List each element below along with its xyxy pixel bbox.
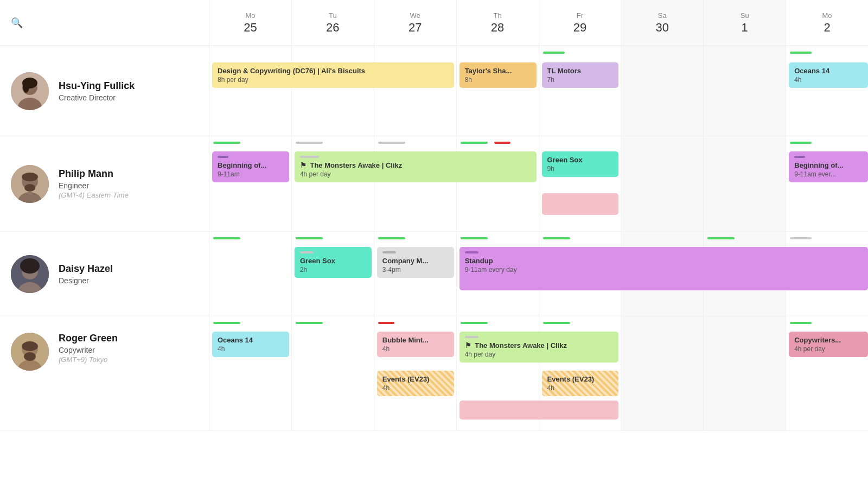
avatar-hsu-ying bbox=[11, 72, 49, 110]
indicator-roger-fr29 bbox=[543, 322, 570, 324]
indicator-daisy-tu26 bbox=[296, 237, 323, 239]
event-roger-oceans14[interactable]: Oceans 14 4h bbox=[212, 332, 289, 357]
indicator-roger-we27 bbox=[378, 322, 394, 324]
person-info-roger: Roger Green Copywriter (GMT+9) Tokyo bbox=[0, 316, 209, 430]
event-roger-copywriters[interactable]: Copywriters... 4h per day bbox=[789, 332, 868, 357]
indicator-roger-th28 bbox=[461, 322, 488, 324]
avatar-philip bbox=[11, 165, 49, 203]
header-left: 🔍 bbox=[0, 0, 209, 46]
person-info-hsu-ying: Hsu-Ying Fullick Creative Director bbox=[0, 46, 209, 136]
event-roger-events-ev23-we[interactable]: Events (EV23) 4h bbox=[377, 371, 454, 396]
person-row-daisy: Daisy Hazel Designer bbox=[0, 232, 868, 316]
indicator-hsu-fr29 bbox=[543, 52, 565, 54]
person-info-philip: Philip Mann Engineer (GMT-4) Eastern Tim… bbox=[0, 136, 209, 231]
indicator-roger-mo2 bbox=[790, 322, 812, 324]
day-col-header-tu26: Tu 26 bbox=[291, 0, 374, 46]
person-role-philip: Engineer bbox=[59, 181, 129, 190]
indicator-philip-th28 bbox=[461, 142, 488, 144]
indicator-roger-tu26 bbox=[296, 322, 323, 324]
indicator-daisy-mo25 bbox=[213, 237, 240, 239]
day-col-header-th28: Th 28 bbox=[456, 0, 539, 46]
person-row-roger: Roger Green Copywriter (GMT+9) Tokyo bbox=[0, 316, 868, 431]
event-roger-pink-extra bbox=[459, 401, 619, 420]
indicator-philip-tu26 bbox=[296, 142, 323, 144]
event-hsu-tl-motors[interactable]: TL Motors 7h bbox=[542, 62, 619, 88]
day-col-header-su1: Su 1 bbox=[703, 0, 786, 46]
app-container: 🔍 Mo 25 Tu 26 We 27 Th 28 Fr 29 bbox=[0, 0, 868, 489]
event-philip-beginning-mo2[interactable]: Beginning of... 9-11am ever... bbox=[789, 151, 868, 182]
person-row-philip: Philip Mann Engineer (GMT-4) Eastern Tim… bbox=[0, 136, 868, 232]
svg-point-9 bbox=[24, 184, 35, 192]
person-info-daisy: Daisy Hazel Designer bbox=[0, 232, 209, 316]
indicator-daisy-we27 bbox=[378, 237, 405, 239]
event-roger-bubble-mint[interactable]: Bubble Mint... 4h bbox=[377, 332, 454, 357]
person-role-roger: Copywriter bbox=[59, 346, 118, 354]
event-tag-purple bbox=[218, 156, 228, 158]
person-details-philip: Philip Mann Engineer (GMT-4) Eastern Tim… bbox=[59, 168, 129, 199]
svg-point-13 bbox=[20, 258, 40, 274]
header-days: Mo 25 Tu 26 We 27 Th 28 Fr 29 Sa 30 bbox=[209, 0, 868, 46]
indicator-philip-mo2 bbox=[790, 142, 812, 144]
cal-days-philip: Beginning of... 9-11am ⚑ The Monsters Aw… bbox=[209, 136, 868, 231]
avatar-daisy bbox=[11, 255, 49, 293]
person-details-daisy: Daisy Hazel Designer bbox=[59, 263, 113, 285]
event-tag-gray-daisy2 bbox=[382, 251, 396, 253]
event-tag-gray-roger bbox=[465, 336, 478, 338]
event-roger-monsters-awake[interactable]: ⚑ The Monsters Awake | Clikz 4h per day bbox=[459, 332, 619, 363]
indicator-daisy-th28 bbox=[461, 237, 488, 239]
event-hsu-design-copywriting[interactable]: Design & Copywriting (DC76) | Ali's Bisc… bbox=[212, 62, 454, 88]
event-philip-monsters-awake[interactable]: ⚑ The Monsters Awake | Clikz 4h per day bbox=[295, 151, 537, 182]
indicator-philip-mo25 bbox=[213, 142, 240, 144]
event-philip-beginning-mo[interactable]: Beginning of... 9-11am bbox=[212, 151, 289, 182]
event-daisy-standup[interactable]: Standup 9-11am every day bbox=[459, 247, 868, 290]
cal-days-hsu-ying: Design & Copywriting (DC76) | Ali's Bisc… bbox=[209, 46, 868, 136]
header: 🔍 Mo 25 Tu 26 We 27 Th 28 Fr 29 bbox=[0, 0, 868, 46]
cal-days-daisy: Green Sox 2h Company M... 3-4pm Standup … bbox=[209, 232, 868, 316]
indicator-philip-th28b bbox=[494, 142, 510, 144]
person-name-daisy: Daisy Hazel bbox=[59, 263, 113, 275]
event-tag-purple2 bbox=[794, 156, 805, 158]
indicator-daisy-fr29 bbox=[543, 237, 570, 239]
event-philip-green-sox[interactable]: Green Sox 9h bbox=[542, 151, 619, 177]
person-row-hsu-ying: Hsu-Ying Fullick Creative Director bbox=[0, 46, 868, 136]
event-hsu-taylors[interactable]: Taylor's Sha... 8h bbox=[459, 62, 537, 88]
day-col-header-sa30: Sa 30 bbox=[621, 0, 703, 46]
indicator-daisy-mo2 bbox=[790, 237, 812, 239]
svg-point-18 bbox=[24, 352, 36, 361]
person-role-daisy: Designer bbox=[59, 276, 113, 285]
person-name-hsu-ying: Hsu-Ying Fullick bbox=[59, 80, 135, 92]
person-tz-roger: (GMT+9) Tokyo bbox=[59, 355, 118, 364]
svg-point-17 bbox=[22, 341, 38, 351]
day-col-header-mo25: Mo 25 bbox=[209, 0, 291, 46]
day-col-header-mo2: Mo 2 bbox=[786, 0, 868, 46]
person-name-roger: Roger Green bbox=[59, 333, 118, 344]
person-tz-philip: (GMT-4) Eastern Time bbox=[59, 191, 129, 199]
svg-point-8 bbox=[22, 173, 38, 181]
event-roger-events-ev23-fr[interactable]: Events (EV23) 4h bbox=[542, 371, 619, 396]
day-col-header-we27: We 27 bbox=[374, 0, 456, 46]
person-details-roger: Roger Green Copywriter (GMT+9) Tokyo bbox=[59, 333, 118, 364]
event-tag-gray-daisy bbox=[300, 251, 314, 253]
person-name-philip: Philip Mann bbox=[59, 168, 129, 180]
day-col-header-fr29: Fr 29 bbox=[539, 0, 621, 46]
search-icon[interactable]: 🔍 bbox=[11, 17, 23, 29]
person-role-hsu-ying: Creative Director bbox=[59, 93, 135, 102]
indicator-hsu-mo2 bbox=[790, 52, 812, 54]
event-daisy-green-sox[interactable]: Green Sox 2h bbox=[295, 247, 372, 278]
event-daisy-company-m[interactable]: Company M... 3-4pm bbox=[377, 247, 454, 278]
event-philip-green-sox-extension bbox=[542, 193, 619, 215]
avatar-roger bbox=[11, 333, 49, 371]
event-tag-purple-daisy bbox=[465, 251, 478, 253]
indicator-roger-mo25 bbox=[213, 322, 240, 324]
event-hsu-oceans14[interactable]: Oceans 14 4h bbox=[789, 62, 868, 88]
person-details-hsu-ying: Hsu-Ying Fullick Creative Director bbox=[59, 80, 135, 102]
svg-point-4 bbox=[23, 80, 29, 93]
cal-days-roger: Oceans 14 4h Bubble Mint... 4h Events (E… bbox=[209, 316, 868, 430]
indicator-daisy-su1 bbox=[707, 237, 735, 239]
event-tag-gray bbox=[300, 156, 319, 158]
indicator-philip-we27 bbox=[378, 142, 405, 144]
